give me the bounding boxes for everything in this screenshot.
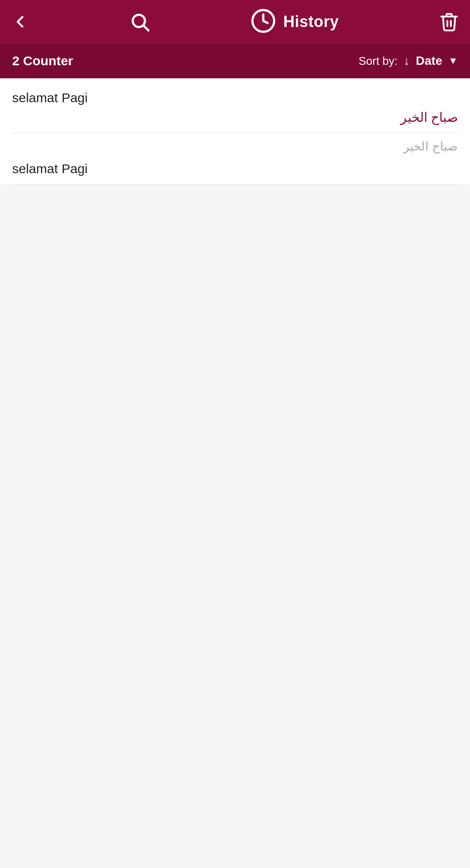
sort-field-label: Date [416,54,443,68]
sort-by-label: Sort by: [359,54,398,68]
subheader: 2 Counter Sort by: ↓ Date ▼ [0,44,470,78]
target-text-secondary: صباح الخير [0,133,470,154]
search-button[interactable] [129,11,150,32]
delete-button[interactable] [439,11,460,32]
app-header: History [0,0,470,44]
source-text: selamat Pagi [12,90,458,105]
list-item[interactable]: selamat Pagi صباح الخير [0,78,470,125]
empty-space [0,184,470,794]
clock-icon [250,8,276,36]
source-text: selamat Pagi [0,154,470,176]
content-area: selamat Pagi صباح الخير صباح الخير selam… [0,78,470,184]
svg-line-1 [144,26,148,30]
counter-label: 2 Counter [12,54,73,68]
list-item[interactable]: صباح الخير selamat Pagi [0,133,470,184]
sort-chevron-icon: ▼ [448,55,458,67]
back-button[interactable] [10,12,30,31]
header-center: History [250,8,339,36]
target-text: صباح الخير [12,110,458,125]
page-title: History [283,13,339,31]
sort-direction-icon: ↓ [404,54,410,68]
sort-section[interactable]: Sort by: ↓ Date ▼ [359,54,458,68]
